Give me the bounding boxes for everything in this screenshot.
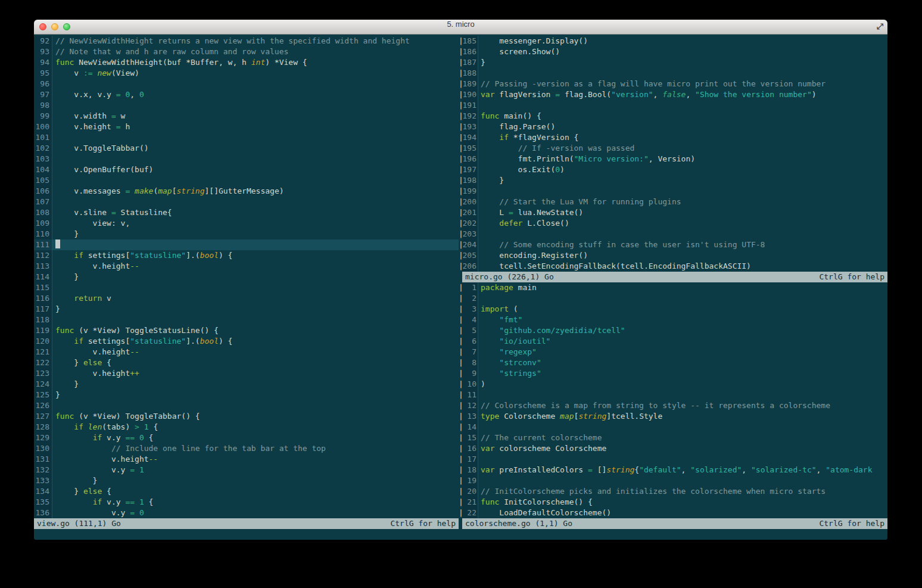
line-number: 15 (462, 433, 478, 443)
code-line[interactable]: |193 flag.Parse() (459, 122, 887, 132)
code-line[interactable]: |190var flagVersion = flag.Bool("version… (459, 89, 887, 100)
code-line[interactable]: |206 tcell.SetEncodingFallback(tcell.Enc… (459, 261, 887, 272)
code-line[interactable]: |197 os.Exit(0) (459, 164, 887, 175)
close-button[interactable] (39, 23, 46, 30)
code-line[interactable]: 127func (v *View) ToggleTabbar() { (34, 411, 459, 422)
code-line[interactable]: 108 v.sline = Statusline{ (34, 207, 459, 218)
code-line[interactable]: 94func NewViewWidthHeight(buf *Buffer, w… (34, 57, 459, 68)
code-line[interactable]: 111 (34, 239, 459, 250)
code-line[interactable]: |191 (459, 100, 887, 111)
code-line[interactable]: 135 if v.y == 1 { (34, 497, 459, 508)
code-line[interactable]: |21func InitColorscheme() { (459, 497, 887, 508)
code-line[interactable]: |18var preInstalledColors = []string{"de… (459, 465, 887, 475)
code-line[interactable]: |8 "strconv" (459, 357, 887, 368)
code-line[interactable]: |4 "fmt" (459, 315, 887, 325)
code-line[interactable]: |202 defer L.Close() (459, 218, 887, 229)
code-line[interactable]: 103 (34, 154, 459, 164)
code-line[interactable]: 109 view: v, (34, 218, 459, 229)
code-line[interactable]: 114 } (34, 272, 459, 282)
code-line[interactable]: |205 encoding.Register() (459, 250, 887, 261)
code-line[interactable]: 92// NewViewWidthHeight returns a new vi… (34, 36, 459, 46)
code-line[interactable]: 101 (34, 132, 459, 143)
code-line[interactable]: |2 (459, 293, 887, 304)
code-line[interactable]: |186 screen.Show() (459, 46, 887, 57)
code-line[interactable]: |7 "regexp" (459, 347, 887, 357)
line-number: 2 (462, 293, 478, 304)
zoom-button[interactable] (63, 23, 70, 30)
code-line[interactable]: 133 } (34, 475, 459, 486)
code-line[interactable]: |9 "strings" (459, 368, 887, 379)
code-text: v.height-- (52, 454, 459, 465)
code-line[interactable]: |194 if *flagVersion { (459, 132, 887, 143)
code-line[interactable]: 116 return v (34, 293, 459, 304)
code-line[interactable]: |204 // Some encoding stuff in case the … (459, 239, 887, 250)
code-line[interactable]: |19 (459, 475, 887, 486)
code-line[interactable]: |5 "github.com/zyedidia/tcell" (459, 325, 887, 336)
code-line[interactable]: |17 (459, 454, 887, 465)
code-line[interactable]: 132 v.y = 1 (34, 465, 459, 475)
code-line[interactable]: 126 (34, 400, 459, 411)
code-line[interactable]: |185 messenger.Display() (459, 36, 887, 46)
code-line[interactable]: |13type Colorscheme map[string]tcell.Sty… (459, 411, 887, 422)
code-line[interactable]: |195 // If -version was passed (459, 143, 887, 154)
code-line[interactable]: 95 v := new(View) (34, 68, 459, 79)
code-line[interactable]: 107 (34, 197, 459, 207)
code-line[interactable]: 128 if len(tabs) > 1 { (34, 422, 459, 433)
code-line[interactable]: |15// The current colorscheme (459, 433, 887, 443)
code-line[interactable]: |20// InitColorscheme picks and initiali… (459, 486, 887, 497)
code-line[interactable]: |201 L = lua.NewState() (459, 207, 887, 218)
code-line[interactable]: 106 v.messages = make(map[string][]Gutte… (34, 186, 459, 197)
code-line[interactable]: 134 } else { (34, 486, 459, 497)
code-line[interactable]: |3import ( (459, 304, 887, 315)
code-line[interactable]: 129 if v.y == 0 { (34, 433, 459, 443)
code-text: v.OpenBuffer(buf) (52, 164, 459, 175)
code-line[interactable]: |196 fmt.Println("Micro version:", Versi… (459, 154, 887, 164)
code-line[interactable]: |1package main (459, 282, 887, 293)
code-line[interactable]: 124 } (34, 379, 459, 390)
code-line[interactable]: |200 // Start the Lua VM for running plu… (459, 197, 887, 207)
code-line[interactable]: 93// Note that w and h are raw column an… (34, 46, 459, 57)
code-line[interactable]: 102 v.ToggleTabbar() (34, 143, 459, 154)
code-line[interactable]: 136 v.y = 0 (34, 508, 459, 518)
code-line[interactable]: 99 v.width = w (34, 111, 459, 122)
code-line[interactable]: 110 } (34, 229, 459, 239)
code-line[interactable]: 96 (34, 79, 459, 89)
code-line[interactable]: 100 v.height = h (34, 122, 459, 132)
code-line[interactable]: 105 (34, 175, 459, 186)
code-line[interactable]: |14 (459, 422, 887, 433)
code-line[interactable]: |187} (459, 57, 887, 68)
code-line[interactable]: 117} (34, 304, 459, 315)
code-line[interactable]: 113 v.height-- (34, 261, 459, 272)
code-line[interactable]: 123 v.height++ (34, 368, 459, 379)
code-line[interactable]: 119func (v *View) ToggleStatusLine() { (34, 325, 459, 336)
code-line[interactable]: |10) (459, 379, 887, 390)
code-line[interactable]: 120 if settings["statusline"].(bool) { (34, 336, 459, 347)
code-line[interactable]: |12// Colorscheme is a map from string t… (459, 400, 887, 411)
code-line[interactable]: 115 (34, 282, 459, 293)
code-line[interactable]: |189// Passing -version as a flag will h… (459, 79, 887, 89)
code-line[interactable]: |192func main() { (459, 111, 887, 122)
code-line[interactable]: 104 v.OpenBuffer(buf) (34, 164, 459, 175)
code-line[interactable]: 98 (34, 100, 459, 111)
code-line[interactable]: 130 // Include one line for the tab bar … (34, 443, 459, 454)
code-line[interactable]: |22 LoadDefaultColorscheme() (459, 508, 887, 518)
command-line[interactable] (34, 529, 887, 540)
code-line[interactable]: 97 v.x, v.y = 0, 0 (34, 89, 459, 100)
code-line[interactable]: |199 (459, 186, 887, 197)
code-line[interactable]: 122 } else { (34, 357, 459, 368)
code-line[interactable]: |198 } (459, 175, 887, 186)
code-line[interactable]: |6 "io/ioutil" (459, 336, 887, 347)
window-titlebar[interactable]: 5. micro ⤢ (34, 20, 887, 35)
code-line[interactable]: |16var colorscheme Colorscheme (459, 443, 887, 454)
resize-icon[interactable]: ⤢ (877, 21, 883, 32)
code-line[interactable]: 121 v.height-- (34, 347, 459, 357)
code-line[interactable]: 112 if settings["statusline"].(bool) { (34, 250, 459, 261)
code-line[interactable]: 125} (34, 390, 459, 400)
code-line[interactable]: 118 (34, 315, 459, 325)
code-line[interactable]: 131 v.height-- (34, 454, 459, 465)
code-line[interactable]: |188 (459, 68, 887, 79)
code-text: "io/ioutil" (478, 336, 887, 347)
minimize-button[interactable] (51, 23, 58, 30)
code-line[interactable]: |11 (459, 390, 887, 400)
code-line[interactable]: |203 (459, 229, 887, 239)
